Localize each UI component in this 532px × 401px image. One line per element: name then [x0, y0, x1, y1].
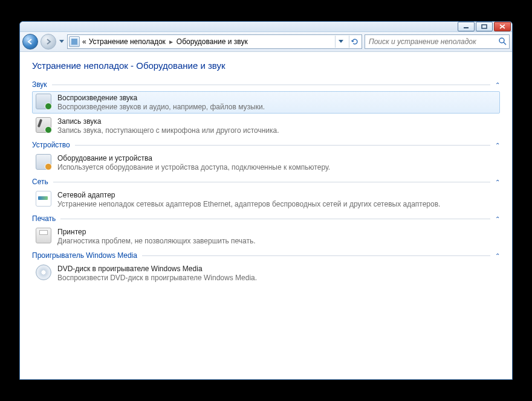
section-label: Печать — [32, 214, 56, 223]
item-text: ПринтерДиагностика проблем, не позволяющ… — [57, 228, 496, 245]
close-icon — [499, 24, 505, 29]
section: Сеть⌃Сетевой адаптерУстранение неполадок… — [32, 176, 500, 211]
section-label: Проигрыватель Windows Media — [32, 251, 137, 260]
item-title: Принтер — [57, 228, 496, 236]
item-description: Запись звука, поступающего с микрофона и… — [57, 126, 496, 135]
troubleshooter-item[interactable]: Оборудование и устройстваИспользуется об… — [32, 152, 500, 174]
section-rule — [52, 85, 490, 85]
breadcrumb-segment-1[interactable]: Оборудование и звук — [177, 37, 248, 46]
printer-icon — [36, 228, 51, 243]
search-icon — [498, 37, 507, 47]
section: Печать⌃ПринтерДиагностика проблем, не по… — [32, 213, 500, 248]
troubleshooter-item[interactable]: DVD-диск в проигрывателе Windows MediaВо… — [32, 262, 500, 284]
chevron-up-icon: ⌃ — [495, 252, 500, 259]
chevron-down-icon — [59, 40, 64, 43]
item-title: DVD-диск в проигрывателе Windows Media — [57, 265, 496, 273]
maximize-button[interactable] — [476, 22, 493, 31]
item-text: Оборудование и устройстваИспользуется об… — [57, 154, 496, 172]
location-icon — [69, 36, 80, 47]
device-icon — [36, 154, 51, 170]
section-label: Устройство — [32, 141, 70, 149]
chevron-up-icon: ⌃ — [495, 142, 500, 149]
section-header[interactable]: Звук⌃ — [32, 79, 500, 90]
section-rule — [142, 255, 490, 256]
troubleshooter-item[interactable]: Сетевой адаптерУстранение неполадок сете… — [32, 188, 500, 211]
item-description: Диагностика проблем, не позволяющих заве… — [57, 237, 496, 245]
item-text: Воспроизведение звукаВоспроизведение зву… — [57, 94, 496, 111]
item-text: Запись звукаЗапись звука, поступающего с… — [57, 117, 496, 135]
forward-button[interactable] — [41, 34, 56, 50]
section-label: Сеть — [32, 178, 48, 186]
troubleshooter-item[interactable]: Воспроизведение звукаВоспроизведение зву… — [32, 91, 500, 114]
section-header[interactable]: Печать⌃ — [32, 213, 500, 224]
minimize-button[interactable] — [458, 22, 475, 31]
section: Звук⌃Воспроизведение звукаВоспроизведени… — [32, 79, 500, 137]
window: « Устранение неполадок ▸ Оборудование и … — [19, 21, 513, 380]
troubleshooter-item[interactable]: Запись звукаЗапись звука, поступающего с… — [32, 115, 500, 137]
troubleshooter-item[interactable]: ПринтерДиагностика проблем, не позволяющ… — [32, 225, 500, 248]
chevron-up-icon: ⌃ — [495, 82, 500, 88]
maximize-icon — [481, 24, 487, 29]
item-title: Воспроизведение звука — [57, 94, 496, 102]
back-button[interactable] — [22, 34, 38, 50]
arrow-right-icon — [45, 38, 52, 45]
section: Проигрыватель Windows Media⌃DVD-диск в п… — [32, 250, 500, 284]
page-title: Устранение неполадок - Оборудование и зв… — [32, 60, 500, 71]
section-rule — [60, 219, 490, 219]
titlebar — [20, 22, 512, 32]
minimize-icon — [463, 24, 469, 29]
address-bar[interactable]: « Устранение неполадок ▸ Оборудование и … — [67, 34, 362, 49]
item-title: Оборудование и устройства — [57, 154, 496, 162]
nav-row: « Устранение неполадок ▸ Оборудование и … — [20, 32, 512, 52]
section: Устройство⌃Оборудование и устройстваИспо… — [32, 140, 500, 174]
audio-rec-icon — [36, 117, 51, 133]
item-title: Запись звука — [57, 117, 496, 126]
item-title: Сетевой адаптер — [57, 191, 496, 199]
breadcrumb-segment-0[interactable]: Устранение неполадок — [89, 37, 166, 46]
nav-history-dropdown[interactable] — [59, 36, 65, 48]
breadcrumb-prefix: « — [82, 37, 86, 46]
dvd-icon — [36, 265, 51, 280]
section-header[interactable]: Устройство⌃ — [32, 140, 500, 150]
search-input[interactable] — [368, 37, 498, 47]
svg-rect-1 — [482, 25, 487, 28]
network-icon — [36, 191, 51, 207]
item-description: Воспроизведение звуков и аудио, например… — [57, 103, 496, 111]
refresh-button[interactable] — [349, 36, 360, 48]
arrow-left-icon — [27, 38, 34, 45]
item-description: Устранение неполадок сетевых адаптеров E… — [57, 200, 496, 208]
chevron-up-icon: ⌃ — [495, 179, 500, 185]
address-dropdown[interactable] — [335, 36, 346, 48]
audio-play-icon — [36, 94, 51, 109]
close-button[interactable] — [494, 22, 511, 31]
section-header[interactable]: Проигрыватель Windows Media⌃ — [32, 250, 500, 261]
item-text: Сетевой адаптерУстранение неполадок сете… — [57, 191, 496, 208]
section-rule — [53, 182, 490, 182]
chevron-up-icon: ⌃ — [495, 216, 500, 222]
section-header[interactable]: Сеть⌃ — [32, 176, 500, 187]
chevron-down-icon — [339, 40, 343, 43]
refresh-icon — [351, 37, 359, 46]
breadcrumb-separator-icon: ▸ — [168, 37, 174, 46]
svg-rect-0 — [464, 27, 469, 28]
search-box[interactable] — [365, 34, 510, 49]
item-description: Используется оборудование и устройства д… — [57, 163, 496, 172]
svg-point-2 — [499, 38, 504, 43]
item-text: DVD-диск в проигрывателе Windows MediaВо… — [57, 265, 496, 282]
content-area: Устранение неполадок - Оборудование и зв… — [20, 52, 512, 379]
section-rule — [75, 145, 490, 146]
section-label: Звук — [32, 80, 47, 89]
item-description: Воспроизвести DVD-диск в проигрывателе W… — [57, 274, 496, 282]
